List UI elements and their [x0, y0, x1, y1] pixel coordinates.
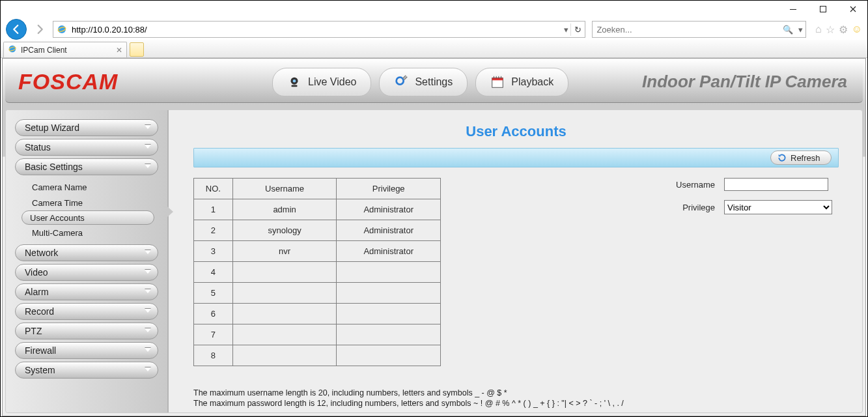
menu-camera-time[interactable]: Camera Time [28, 195, 158, 210]
cell-privilege: Administrator [337, 241, 441, 262]
menu-user-accounts[interactable]: User Accounts [21, 210, 154, 225]
smiley-icon[interactable]: ☺ [852, 23, 862, 36]
account-form: Username Privilege VisitorOperatorAdmini… [663, 178, 832, 366]
username-field[interactable] [724, 178, 828, 191]
table-row[interactable]: 4 [194, 262, 441, 283]
cell-username [232, 345, 337, 366]
th-username: Username [232, 179, 337, 199]
notes: The maximum username length is 20, inclu… [193, 388, 624, 409]
tools-gear-icon[interactable]: ⚙ [839, 23, 848, 36]
tab-strip: IPCam Client ✕ [1, 40, 867, 58]
menu-system[interactable]: System [15, 362, 158, 379]
username-label: Username [663, 180, 715, 190]
cell-no: 8 [194, 345, 233, 366]
cell-username [232, 304, 337, 324]
refresh-label: Refresh [791, 153, 820, 163]
menu-label: Network [25, 248, 58, 258]
menu-label: Status [25, 142, 51, 152]
browser-tools: ⌂ ☆ ⚙ ☺ [815, 23, 862, 36]
cell-no: 2 [194, 220, 233, 241]
search-icon[interactable]: 🔍 [779, 25, 796, 35]
menu-status[interactable]: Status [15, 139, 158, 156]
cell-username: nvr [232, 241, 337, 262]
menu-basic-settings[interactable]: Basic Settings [15, 158, 158, 175]
table-row[interactable]: 2synologyAdministrator [194, 220, 441, 241]
window-maximize-button[interactable] [808, 0, 838, 18]
cell-username [232, 283, 337, 304]
table-row[interactable]: 7 [194, 324, 441, 345]
cell-privilege [337, 283, 441, 304]
favorites-icon[interactable]: ☆ [826, 23, 835, 36]
address-input[interactable] [70, 25, 561, 35]
menu-label: Basic Settings [25, 162, 83, 172]
menu-ptz[interactable]: PTZ [15, 323, 158, 339]
cell-no: 1 [194, 199, 233, 220]
chevron-down-icon [145, 270, 151, 274]
note-username: The maximum username length is 20, inclu… [193, 388, 624, 398]
table-row[interactable]: 5 [194, 283, 441, 304]
chevron-down-icon [145, 348, 151, 352]
table-row[interactable]: 1adminAdministrator [194, 199, 441, 220]
menu-network[interactable]: Network [15, 244, 158, 261]
accounts-table: NO. Username Privilege 1adminAdministrat… [193, 178, 441, 366]
cell-username: synology [232, 220, 337, 241]
cell-privilege [337, 324, 441, 345]
menu-camera-name[interactable]: Camera Name [28, 179, 158, 195]
content-row: NO. Username Privilege 1adminAdministrat… [193, 178, 839, 366]
search-dropdown-icon[interactable]: ▾ [796, 25, 805, 35]
ie-logo-icon [8, 44, 17, 55]
action-bar: Refresh [193, 148, 839, 167]
nav-settings[interactable]: Settings [379, 68, 468, 96]
table-row[interactable]: 3nvrAdministrator [194, 241, 441, 262]
page-title: User Accounts [193, 123, 839, 140]
table-row[interactable]: 8 [194, 345, 441, 366]
menu-firewall[interactable]: Firewall [15, 342, 158, 359]
new-tab-button[interactable] [130, 42, 144, 57]
table-header-row: NO. Username Privilege [194, 179, 441, 199]
nav-live-video[interactable]: Live Video [272, 68, 371, 96]
search-input[interactable] [593, 25, 779, 35]
menu-record[interactable]: Record [15, 303, 158, 320]
cell-privilege: Administrator [337, 199, 441, 220]
nav-playback[interactable]: Playback [475, 68, 568, 96]
reload-button[interactable]: ↻ [570, 23, 585, 36]
header-bar: FOSCAM Live Video Settings Playback Indo… [5, 61, 863, 103]
th-no: NO. [194, 179, 233, 199]
tab-close-icon[interactable]: ✕ [116, 46, 122, 55]
nav-forward-button[interactable] [31, 20, 49, 38]
menu-alarm[interactable]: Alarm [15, 283, 158, 300]
main: User Accounts Refresh NO. Username Privi… [170, 110, 862, 412]
gear-icon [394, 75, 408, 89]
window-minimize-button[interactable] [778, 0, 808, 18]
chevron-down-icon [145, 367, 151, 371]
window-close-button[interactable] [838, 0, 868, 18]
privilege-select[interactable]: VisitorOperatorAdministrator [724, 200, 832, 214]
cell-no: 4 [194, 262, 233, 283]
nav-label: Live Video [308, 76, 356, 88]
content-body: Setup Wizard Status Basic Settings Camer… [5, 109, 863, 413]
window-controls [778, 0, 868, 18]
refresh-button[interactable]: Refresh [770, 151, 832, 165]
cell-privilege: Administrator [337, 220, 441, 241]
top-nav: Live Video Settings Playback [272, 68, 568, 96]
table-row[interactable]: 6 [194, 304, 441, 324]
chevron-down-icon [145, 309, 151, 313]
menu-multi-camera[interactable]: Multi-Camera [28, 225, 158, 240]
cell-no: 6 [194, 304, 233, 324]
menu-label: Setup Wizard [25, 122, 79, 133]
search-bar[interactable]: 🔍 ▾ [592, 21, 806, 38]
submenu-basic-settings: Camera Name Camera Time User Accounts Mu… [15, 178, 158, 244]
home-icon[interactable]: ⌂ [815, 23, 822, 36]
address-bar[interactable]: ▾ ↻ [53, 21, 585, 38]
svg-point-7 [293, 79, 296, 83]
tab-ipcam-client[interactable]: IPCam Client ✕ [3, 42, 127, 57]
cell-no: 5 [194, 283, 233, 304]
browser-toolbar: ▾ ↻ 🔍 ▾ ⌂ ☆ ⚙ ☺ [1, 1, 867, 40]
menu-label: Alarm [25, 287, 49, 297]
nav-label: Settings [415, 76, 453, 88]
chevron-down-icon [145, 125, 151, 129]
address-dropdown-icon[interactable]: ▾ [561, 25, 570, 35]
menu-video[interactable]: Video [15, 264, 158, 281]
menu-setup-wizard[interactable]: Setup Wizard [15, 119, 158, 136]
nav-back-button[interactable] [6, 19, 27, 40]
